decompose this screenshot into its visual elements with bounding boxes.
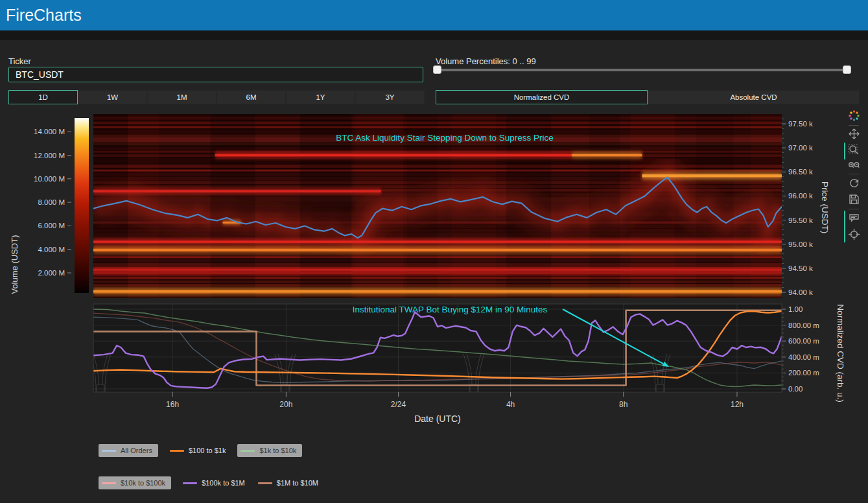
zoom-in-out-icon[interactable] xyxy=(848,160,861,173)
modebar-active-indicator xyxy=(844,211,845,242)
liquidity-wall xyxy=(93,190,381,193)
reset-axes-icon[interactable] xyxy=(848,178,861,191)
liquidity-wall xyxy=(572,154,642,156)
box-zoom-icon[interactable] xyxy=(848,144,861,157)
cvd-tick-label: 1.00 xyxy=(788,305,803,313)
price-tick-label: 97.00 k xyxy=(788,144,813,152)
toggle-spikelines-icon[interactable] xyxy=(848,228,861,241)
price-tick-label: 94.00 k xyxy=(788,288,813,296)
colorbar-tick-label: 8.000 M xyxy=(38,198,65,206)
legend-swatch xyxy=(258,482,272,484)
pan-icon[interactable] xyxy=(848,128,861,141)
price-tick-label: 95.00 k xyxy=(788,240,813,248)
legend-row: $10k to $100k$100k to $1M$1M to $10M xyxy=(99,476,320,489)
liquidity-wall xyxy=(215,154,572,156)
liquidity-wall xyxy=(93,249,782,252)
price-tick-label: 97.50 k xyxy=(788,120,813,128)
legend-item-all-orders[interactable]: All Orders xyxy=(99,444,158,457)
price-axis-title: Price (USDT) xyxy=(820,181,830,233)
x-tick-label: 8h xyxy=(619,400,628,409)
legend-label: $10k to $100k xyxy=(121,479,165,487)
x-tick-label: 16h xyxy=(166,400,179,409)
legend-label: $100 to $1k xyxy=(189,447,226,454)
volume-axis-title: Volume (USDT) xyxy=(10,235,19,294)
liquidity-wall xyxy=(93,272,782,274)
heatmap-annotation: BTC Ask Liquidity Stair Stepping Down to… xyxy=(336,133,553,143)
modebar-active-indicator xyxy=(844,143,845,159)
legend-item--1k-to-10k[interactable]: $1k to $10k xyxy=(237,444,302,457)
legend-swatch xyxy=(183,482,197,484)
cvd-tick-label: 200.00 m xyxy=(788,369,819,377)
liquidity-wall xyxy=(642,174,782,178)
save-image-icon[interactable] xyxy=(848,193,861,206)
cvd-chart[interactable] xyxy=(90,304,782,392)
x-tick-label: 20h xyxy=(279,400,292,409)
modebar-divider xyxy=(849,174,859,174)
x-tick-label: 12h xyxy=(731,400,744,409)
cvd-tick-label: 0.00 xyxy=(788,385,803,393)
cvd-axis-title: Normalized CVD (arb. u.) xyxy=(836,304,845,403)
liquidity-wall xyxy=(93,240,782,243)
legend-swatch xyxy=(240,450,255,452)
x-tick-label: 4h xyxy=(506,400,515,409)
legend-item--100k-to-1m[interactable]: $100k to $1M xyxy=(182,476,246,489)
legend-label: $100k to $1M xyxy=(202,479,245,487)
legend-item--1m-to-10m[interactable]: $1M to $10M xyxy=(257,476,320,489)
cvd-tick-label: 600.00 m xyxy=(788,337,819,345)
modebar-divider xyxy=(849,209,859,209)
legend-item--100-to-1k[interactable]: $100 to $1k xyxy=(169,444,228,457)
volume-colorbar: 2.000 M4.000 M6.000 M8.000 M10.000 M12.0… xyxy=(10,118,89,294)
colorbar-tick-label: 2.000 M xyxy=(38,269,65,277)
chart-layer: 2.000 M4.000 M6.000 M8.000 M10.000 M12.0… xyxy=(0,0,868,503)
x-tick-label: 2/24 xyxy=(391,400,406,409)
liquidity-wall xyxy=(93,290,782,293)
price-tick-label: 96.00 k xyxy=(788,192,813,200)
legend-row: All Orders$100 to $1k$1k to $10k xyxy=(99,444,302,457)
price-tick-label: 94.50 k xyxy=(788,264,813,272)
legend-swatch xyxy=(102,482,116,484)
toggle-hover-icon[interactable] xyxy=(848,212,861,225)
cvd-axis: 0.00200.00 m400.00 m600.00 m800.00 m1.00… xyxy=(782,304,845,403)
legend-swatch xyxy=(102,450,116,452)
legend-label: All Orders xyxy=(121,447,152,454)
cvd-tick-label: 400.00 m xyxy=(788,353,819,361)
liquidity-wall xyxy=(93,269,782,271)
legend-item--10k-to-100k[interactable]: $10k to $100k xyxy=(99,476,171,489)
price-axis: 94.00 k94.50 k95.00 k95.50 k96.00 k96.50… xyxy=(782,119,830,296)
colorbar-tick-label: 12.000 M xyxy=(34,152,65,159)
price-tick-label: 95.50 k xyxy=(788,216,813,224)
twap-annotation: Institutional TWAP Bot Buying $12M in 90… xyxy=(353,305,548,314)
legend-label: $1M to $10M xyxy=(277,479,318,487)
colorbar-tick-label: 6.000 M xyxy=(38,222,65,229)
modebar-divider xyxy=(849,125,859,126)
colorbar-tick-label: 4.000 M xyxy=(38,246,65,253)
price-tick-label: 96.50 k xyxy=(788,168,813,176)
legend-swatch xyxy=(170,450,184,452)
plotly-logo-icon[interactable] xyxy=(848,110,861,123)
colorbar-tick-label: 10.000 M xyxy=(34,175,65,183)
cvd-tick-label: 800.00 m xyxy=(788,322,819,329)
colorbar-tick-label: 14.000 M xyxy=(34,128,65,135)
firecharts-app: FireCharts Ticker 1D1W1M6M1Y3Y Volume Pe… xyxy=(0,0,868,503)
legend-label: $1k to $10k xyxy=(259,447,296,454)
x-axis: 16h20h2/244h8h12hDate (UTC) xyxy=(166,392,744,424)
x-axis-title: Date (UTC) xyxy=(414,414,461,424)
